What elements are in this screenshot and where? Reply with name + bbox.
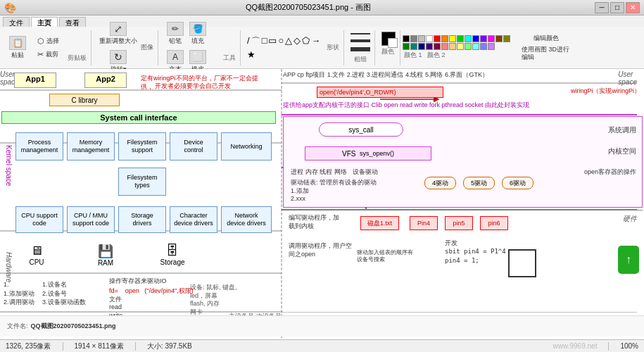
- color-lightcyan[interactable]: [472, 43, 479, 50]
- sep2: [135, 342, 136, 351]
- color-cyan[interactable]: [465, 35, 472, 42]
- use-mspaint3d-button[interactable]: 使用画图 3D进行编辑: [522, 46, 571, 61]
- color-lavender[interactable]: [488, 43, 495, 50]
- color-navy[interactable]: [418, 43, 425, 50]
- edit-colors-button[interactable]: 编辑颜色: [533, 34, 559, 43]
- io-label: 操作寄存器来驱动IO: [109, 277, 167, 286]
- pin6-box: pin6: [480, 216, 508, 230]
- filesystem-types-box: Filesystemtypes: [118, 168, 166, 196]
- image-group: ⤢ 重新调整大小 ↻ 旋转▾ 图像: [94, 30, 158, 65]
- window-controls[interactable]: ─ □ ✕: [595, 2, 640, 13]
- palette-label: 颜色 1 颜色 2: [404, 51, 446, 60]
- color-salmon[interactable]: [441, 43, 448, 50]
- color-green[interactable]: [457, 35, 464, 42]
- open-op-label: open客存器的操作: [584, 168, 636, 177]
- shape-star[interactable]: ★: [247, 49, 255, 60]
- color-peach[interactable]: [449, 43, 456, 50]
- fill-button[interactable]: 🪣 填充: [187, 20, 208, 47]
- shape-curve[interactable]: ⌒: [251, 35, 260, 48]
- color-maroon2[interactable]: [434, 43, 441, 50]
- color-indigo[interactable]: [426, 43, 433, 50]
- color-olive[interactable]: [503, 35, 510, 42]
- pencil-button[interactable]: ✏ 铅笔: [165, 20, 186, 47]
- color-red[interactable]: [434, 35, 441, 42]
- thickness-1[interactable]: [351, 33, 370, 34]
- edit-group: 编辑颜色 使用画图 3D进行编辑: [517, 30, 575, 65]
- process-mgmt-box: Processmanagement: [15, 132, 63, 161]
- shape-pentagon[interactable]: ⬠: [302, 35, 310, 48]
- color1-swatch[interactable]: [381, 32, 396, 46]
- color-white[interactable]: [426, 35, 433, 42]
- vfs-box: VFS sys_openv(): [305, 146, 431, 161]
- shape-roundrect[interactable]: ▭: [268, 35, 277, 48]
- zoom-status: 100%: [620, 342, 638, 350]
- position-status: 1326, 235像素: [6, 341, 51, 351]
- tools-label: 工具: [223, 54, 236, 63]
- shape-arrow[interactable]: →: [311, 35, 320, 48]
- resize-icon: ⤢: [110, 22, 127, 36]
- crop-icon: ✂: [37, 50, 44, 59]
- syscall-bar: System call interface: [1, 111, 276, 124]
- logic-box: [508, 249, 536, 277]
- kernel-section-right: sys_call 系统调用 VFS sys_openv() 内核空间 进程 内存…: [283, 116, 643, 208]
- kernel-space-side-label: Kernel space: [0, 145, 13, 186]
- shape-line[interactable]: /: [247, 35, 250, 48]
- device-control-box: Devicecontrol: [170, 132, 217, 161]
- sep3: [608, 342, 609, 351]
- shape-diamond[interactable]: ◇: [293, 35, 301, 48]
- color-lightyellow[interactable]: [457, 43, 464, 50]
- shape-ellipse[interactable]: ○: [278, 35, 284, 48]
- close-button[interactable]: ✕: [626, 2, 640, 13]
- maximize-button[interactable]: □: [610, 2, 624, 13]
- size-status: 1914 × 811像素: [75, 341, 124, 351]
- paste-icon: 📋: [9, 36, 26, 50]
- call-driver-label: 调用驱动程序，用户空间之open: [289, 242, 352, 258]
- color-violet[interactable]: [480, 35, 487, 42]
- fill-icon: 🪣: [189, 22, 206, 36]
- canvas-area[interactable]: Userspace App1 App2 C library System cal…: [0, 69, 644, 339]
- select-icon: ⬡: [37, 37, 44, 46]
- title-bar: 🎨 QQ截图20200705023451.png - 画图 ─ □ ✕: [0, 0, 644, 15]
- color-yellow[interactable]: [449, 35, 456, 42]
- paste-button[interactable]: 📋 粘贴: [7, 34, 28, 61]
- color-lightgreen[interactable]: [465, 43, 472, 50]
- image-label: 图像: [141, 43, 153, 52]
- app2-box: App2: [84, 73, 127, 88]
- thickness-2[interactable]: [351, 39, 370, 42]
- networking-box: Networking: [221, 132, 272, 161]
- thickness-3[interactable]: [351, 47, 370, 51]
- hardware-side-label: Hardware: [0, 252, 13, 282]
- minimize-button[interactable]: ─: [595, 2, 609, 13]
- right-userspace-label: Userspace: [618, 70, 637, 86]
- color-orange[interactable]: [441, 35, 448, 42]
- crop-button[interactable]: ✂ 裁剪: [30, 49, 65, 61]
- color-blue[interactable]: [472, 35, 479, 42]
- clibrary-box: C library: [49, 94, 120, 106]
- color-silver[interactable]: [418, 35, 425, 42]
- bottom-notes: 文件名: QQ截图20200705023451.png: [0, 315, 644, 337]
- color-main-group: 颜色: [377, 30, 400, 65]
- storage-drivers-box: Storagedrivers: [118, 206, 166, 233]
- color-black[interactable]: [403, 35, 410, 42]
- color-brown[interactable]: [495, 35, 503, 42]
- pin5-box: pin5: [445, 216, 473, 230]
- tools-group: ✏ 铅笔 🪣 填充 A 文本 ⬜ 橡皮 工具: [160, 30, 241, 65]
- color-teal[interactable]: [410, 43, 417, 50]
- select-button[interactable]: ⬡ 选择: [30, 35, 65, 47]
- resize-label: 重新调整大小: [99, 37, 137, 46]
- shape-triangle[interactable]: △: [285, 35, 292, 48]
- color-magenta[interactable]: [488, 35, 495, 42]
- color-periwinkle[interactable]: [480, 43, 487, 50]
- color2-swatch[interactable]: [388, 38, 398, 48]
- shape-rect[interactable]: □: [262, 35, 267, 48]
- search-device-label: 驱动加入链表的顺序有设备号搜索: [357, 249, 413, 264]
- color-darkgreen[interactable]: [403, 43, 410, 50]
- syscall-right-label: 系统调用: [608, 125, 636, 135]
- window-icon-area: 🎨: [4, 2, 16, 13]
- green-button: ↑: [618, 246, 639, 274]
- cpu-support-box: CPU supportcode: [15, 206, 63, 233]
- thickness-label: 粗细: [354, 55, 367, 64]
- color-gray[interactable]: [410, 35, 417, 42]
- char-device-box: Characterdevice drivers: [170, 206, 217, 233]
- resize-button[interactable]: ⤢ 重新调整大小: [98, 20, 139, 47]
